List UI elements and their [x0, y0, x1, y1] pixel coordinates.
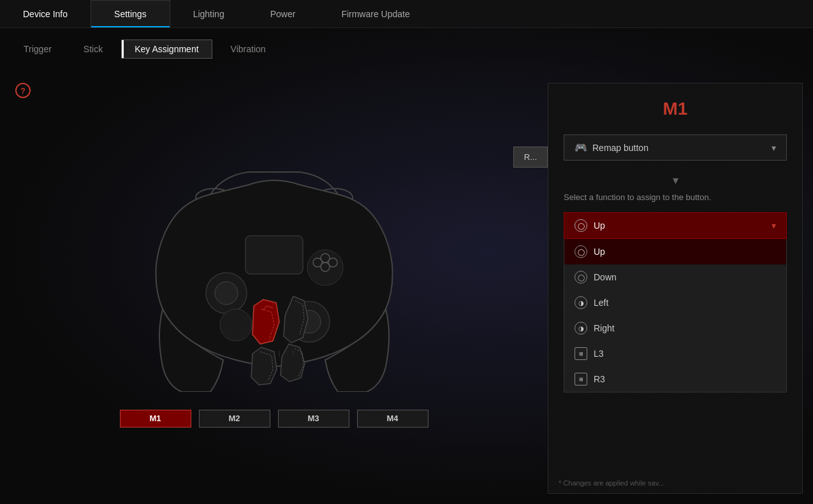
instruction-text: Select a function to assign to the butto…	[564, 192, 787, 202]
svg-point-7	[220, 309, 252, 341]
arrow-down-icon: ▾	[564, 173, 787, 187]
function-list: ◯ Up ◯ Down ◑ Left ◑ Right ⊞ L3	[564, 239, 787, 392]
func-chevron-icon: ▾	[772, 220, 776, 231]
svg-point-4	[215, 282, 238, 305]
down-icon: ◯	[575, 271, 587, 284]
m4-button[interactable]: M4	[357, 410, 428, 428]
right-panel: M1 🎮 Remap button ▾ ▾ Select a function …	[548, 83, 803, 494]
sub-tabs: Trigger Stick Key Assignment Vibration	[0, 28, 813, 70]
func-item-r3[interactable]: ⊞ R3	[564, 366, 786, 392]
gamepad-icon: 🎮	[575, 141, 587, 154]
controller-area: ? R...	[0, 70, 548, 504]
func-item-right[interactable]: ◑ Right	[564, 315, 786, 341]
main-content: ? R...	[0, 70, 813, 504]
right-icon: ◑	[575, 322, 587, 335]
nav-device-info[interactable]: Device Info	[0, 0, 91, 27]
nav-bar: Device Info Settings Lighting Power Firm…	[0, 0, 813, 28]
panel-title: M1	[564, 99, 787, 119]
remap-dropdown-row: 🎮 Remap button ▾	[564, 134, 787, 161]
up-icon: ◯	[575, 245, 587, 258]
func-item-up[interactable]: ◯ Up	[564, 239, 786, 264]
tab-trigger[interactable]: Trigger	[10, 40, 65, 59]
svg-rect-2	[245, 236, 303, 274]
m2-button[interactable]: M2	[199, 410, 270, 428]
l3-icon: ⊞	[575, 347, 587, 360]
function-dropdown-header[interactable]: ◯ Up ▾	[564, 212, 787, 239]
bottom-note: * Changes are applied while sav...	[559, 479, 792, 487]
function-dropdown: ◯ Up ▾ ◯ Up ◯ Down ◑ Left	[564, 212, 787, 392]
remap-chevron-icon: ▾	[772, 143, 776, 153]
func-item-down[interactable]: ◯ Down	[564, 264, 786, 290]
nav-firmware-update[interactable]: Firmware Update	[318, 0, 432, 27]
top-right-button[interactable]: R...	[513, 147, 548, 168]
svg-point-8	[307, 250, 343, 285]
m1-button[interactable]: M1	[120, 410, 191, 428]
controller-image	[108, 137, 440, 405]
m-buttons-row: M1 M2 M3 M4	[120, 410, 428, 428]
func-item-l3[interactable]: ⊞ L3	[564, 341, 786, 366]
help-icon[interactable]: ?	[15, 83, 31, 98]
remap-dropdown[interactable]: 🎮 Remap button ▾	[564, 134, 787, 161]
nav-power[interactable]: Power	[247, 0, 319, 27]
nav-lighting[interactable]: Lighting	[170, 0, 247, 27]
selected-func-icon: ◯	[575, 219, 587, 232]
left-icon: ◑	[575, 296, 587, 309]
nav-settings[interactable]: Settings	[91, 0, 170, 27]
func-item-left[interactable]: ◑ Left	[564, 290, 786, 315]
m3-button[interactable]: M3	[278, 410, 349, 428]
tab-key-assignment[interactable]: Key Assignment	[121, 40, 212, 59]
tab-vibration[interactable]: Vibration	[217, 40, 279, 59]
r3-icon: ⊞	[575, 373, 587, 385]
tab-stick[interactable]: Stick	[70, 40, 116, 59]
